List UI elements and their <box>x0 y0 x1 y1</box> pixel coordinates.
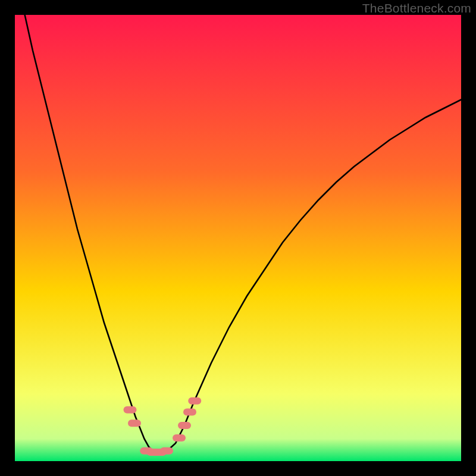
chart-frame <box>15 15 461 461</box>
bottleneck-chart <box>15 15 461 461</box>
data-marker <box>173 434 186 441</box>
data-marker <box>124 406 137 414</box>
data-marker <box>128 419 141 427</box>
gradient-background <box>15 15 461 461</box>
watermark-text: TheBottleneck.com <box>362 1 471 15</box>
data-marker <box>188 397 201 405</box>
data-marker <box>160 447 173 455</box>
data-marker <box>178 422 191 429</box>
data-marker <box>183 409 196 416</box>
